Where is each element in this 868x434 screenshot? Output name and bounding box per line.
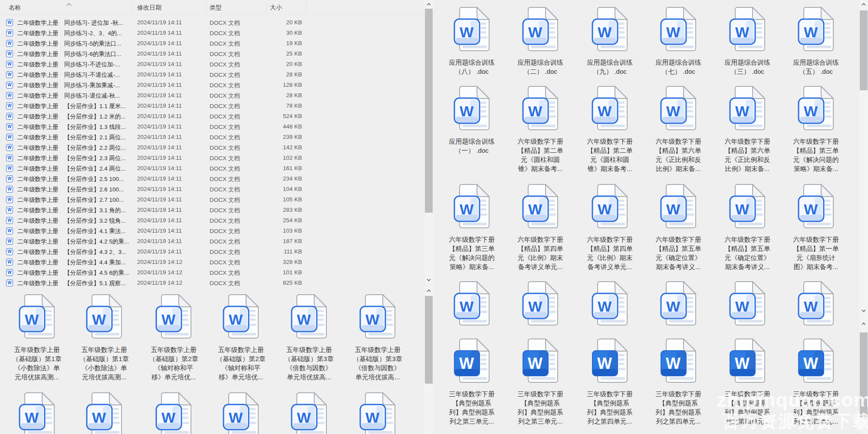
word-doc-icon: W (660, 338, 697, 384)
column-divider[interactable] (266, 2, 266, 13)
svg-text:W: W (735, 298, 750, 315)
file-icon-item[interactable]: W五年级数学上册 （基础版）第2章 《轴对称和平 移》单元培优... (141, 293, 206, 381)
file-row[interactable]: W二年级数学上册 【分层作业】3.2 锐角...2024/11/19 14:11… (0, 215, 424, 226)
file-icon-item[interactable]: W六年级数学下册 【精品】第四单 元《比例》期末 备考讲义单元... (508, 183, 573, 271)
list-scrollbar[interactable] (424, 0, 433, 284)
file-row[interactable]: W二年级数学上册 【分层作业】2.6 100...2024/11/19 14:1… (0, 184, 424, 194)
file-row[interactable]: W二年级数学上册 【分层作业】2.1 两位...2024/11/19 14:11… (0, 132, 424, 142)
column-divider[interactable] (132, 2, 133, 13)
scrollbar-thumb[interactable] (860, 332, 868, 418)
scrollbar-up-button[interactable] (424, 1, 433, 8)
file-icon-item[interactable]: W五年级数学上册 （基础版）第2章 《轴对称和平 移》单元培优... (208, 293, 273, 381)
file-icon-item[interactable]: W (715, 280, 780, 326)
file-row[interactable]: W二年级数学上册 【分层作业】1.2 米的...2024/11/19 14:11… (0, 111, 424, 122)
file-icon-item[interactable]: W六年级数学下册 【精品】第一单 元《扇形统计 图》期末备考... (783, 183, 848, 271)
file-icon-item[interactable]: W应用题综合训练 （二） .doc (508, 6, 573, 76)
svg-text:W: W (804, 103, 818, 119)
file-icon-item[interactable]: W六年级数学下册 【精品】第五单 元《确定位置》 期末备考讲义... (715, 183, 780, 271)
file-row[interactable]: W二年级数学上册 同步练习-乘加乘减-...2024/11/19 14:11DO… (0, 80, 424, 90)
file-icon-item[interactable]: W (439, 280, 504, 326)
file-icon-item[interactable]: W六年级数学下册 【精品】第六单 元《正比例和反 比例》期末备... (715, 85, 780, 173)
file-type: DOCX 文档 (210, 71, 240, 79)
file-icon-item[interactable]: W六年级数学下册 【精品】第二单 元《圆柱和圆 锥》期末备考... (508, 85, 573, 173)
file-icon-item[interactable]: W三年级数学下册 【典型例题系 列】典型例题系 列之第四单元... (577, 338, 642, 426)
file-row[interactable]: W二年级数学上册 【分层作业】2.3 两位...2024/11/19 14:11… (0, 153, 424, 163)
file-row[interactable]: W二年级数学上册 同步练习-6的乘法口...2024/11/19 14:11DO… (0, 49, 424, 59)
file-row[interactable]: W二年级数学上册 同步练习-5的乘法口...2024/11/19 14:11DO… (0, 38, 424, 49)
svg-text:W: W (460, 24, 474, 40)
file-row[interactable]: W二年级数学上册 【分层作业】5.1 观察...2024/11/19 14:12… (0, 278, 424, 288)
file-row[interactable]: W二年级数学上册 同步练习-不退位减-...2024/11/19 14:11DO… (0, 69, 424, 80)
file-icon-item[interactable]: W六年级数学下册 【精品】第二单 元《圆柱和圆 锥》期末备考... (577, 85, 642, 173)
file-icon-item[interactable]: W (72, 391, 137, 434)
file-type: DOCX 文档 (210, 92, 240, 100)
column-divider[interactable] (206, 2, 207, 13)
file-icon-item[interactable]: W三年级数学下册 【典型例题系 列】典型例题系 列之第三单元... (508, 338, 573, 426)
file-row[interactable]: W二年级数学上册 同步练习- 进位加 -秋...2024/11/19 14:11… (0, 17, 424, 28)
file-row[interactable]: W二年级数学上册 【分层作业】2.4 两位...2024/11/19 14:11… (0, 163, 424, 174)
file-icon-item[interactable]: W (508, 280, 573, 326)
scrollbar-thumb[interactable] (425, 9, 433, 213)
file-row[interactable]: W二年级数学上册 【分层作业】2.7 100...2024/11/19 14:1… (0, 194, 424, 205)
scrollbar-thumb[interactable] (860, 10, 868, 90)
file-icon-item[interactable]: W六年级数学下册 【精品】第三单 元《解决问题的 策略》期末备... (783, 85, 848, 173)
file-icon-item[interactable]: W五年级数学上册 （基础版）第1章 《小数除法》单 元培优拔高测... (4, 293, 69, 381)
file-icon-item[interactable]: W (783, 280, 848, 326)
file-row[interactable]: W二年级数学上册 【分层作业】3.1 角的...2024/11/19 14:11… (0, 205, 424, 215)
column-header-type[interactable]: 类型 (210, 4, 222, 12)
file-row[interactable]: W二年级数学上册 【分层作业】4.1 乘法...2024/11/19 14:11… (0, 226, 424, 236)
file-row[interactable]: W二年级数学上册 【分层作业】2.5 100...2024/11/19 14:1… (0, 174, 424, 184)
scrollbar-up-button[interactable] (859, 1, 868, 8)
file-icon-item[interactable]: W三年级数学下册 【典型例题系 列】典型例题系 列之第四单元... (715, 338, 780, 426)
file-icon-item[interactable]: W六年级数学下册 【精品】第五单 元《确定位置》 期末备考讲义... (646, 183, 711, 271)
file-row[interactable]: W二年级数学上册 【分层作业】4.5 6的乘...2024/11/19 14:1… (0, 267, 424, 278)
file-icon-label: 三年级数学下册 【典型例题系 列】典型例题系 列之第四单元... (783, 389, 848, 426)
file-icon-item[interactable]: W三年级数学下册 【典型例题系 列】典型例题系 列之第四单元... (646, 338, 711, 426)
file-row[interactable]: W二年级数学上册 同步练习-不进位加-...2024/11/19 14:11DO… (0, 59, 424, 69)
file-row[interactable]: W二年级数学上册 【分层作业】1.3 线段...2024/11/19 14:11… (0, 122, 424, 132)
column-header-date[interactable]: 修改日期 (137, 4, 161, 12)
file-icon-item[interactable]: W应用题综合训练 （八） .doc (439, 6, 504, 76)
word-doc-icon: W (660, 183, 697, 229)
file-icon-item[interactable]: W应用题综合训练 （一） .doc (439, 85, 504, 155)
scrollbar-down-button[interactable] (424, 276, 433, 283)
file-icon-item[interactable]: W (208, 391, 273, 434)
file-icon-item[interactable]: W (141, 391, 206, 434)
right-grid-scrollbar[interactable] (859, 0, 868, 434)
file-icon-item[interactable]: W三年级数学下册 【典型例题系 列】典型例题系 列之第三单元... (439, 338, 504, 426)
column-divider[interactable] (306, 2, 306, 13)
word-doc-icon: W (591, 280, 628, 326)
left-grid-scrollbar[interactable] (424, 286, 433, 434)
file-icon-item[interactable]: W (276, 391, 342, 434)
file-icon-item[interactable]: W (646, 280, 711, 326)
file-icon-item[interactable]: W (345, 391, 410, 434)
file-icon-item[interactable]: W六年级数学下册 【精品】第六单 元《正比例和反 比例》期末备... (646, 85, 711, 173)
file-date: 2024/11/19 14:11 (137, 40, 182, 46)
file-row[interactable]: W二年级数学上册 【分层作业】2.2 两位...2024/11/19 14:11… (0, 142, 424, 153)
file-icon-item[interactable]: W五年级数学上册 （基础版）第3章 《倍数与因数》 单元培优拔高... (345, 293, 410, 381)
file-row[interactable]: W二年级数学上册 【分层作业】1.1 厘米...2024/11/19 14:11… (0, 101, 424, 111)
file-name: 二年级数学上册 【分层作业】2.1 两位... (17, 134, 126, 141)
file-row[interactable]: W二年级数学上册 【分层作业】4.2 5的乘...2024/11/19 14:1… (0, 236, 424, 247)
file-icon-item[interactable]: W三年级数学下册 【典型例题系 列】典型例题系 列之第四单元... (783, 338, 848, 426)
file-icon-item[interactable]: W应用题综合训练 （五） .doc (783, 6, 848, 76)
scrollbar-up-button[interactable] (424, 287, 433, 294)
column-header-size[interactable]: 大小 (270, 4, 282, 12)
scrollbar-down-button[interactable] (859, 307, 868, 314)
file-icon-item[interactable]: W (4, 391, 69, 434)
file-row[interactable]: W二年级数学上册 【分层作业】4.4 乘加...2024/11/19 14:12… (0, 257, 424, 267)
column-header-name[interactable]: 名称 (9, 4, 21, 12)
file-icon-item[interactable]: W应用题综合训练 （七） .doc (646, 6, 711, 76)
scrollbar-thumb[interactable] (425, 296, 433, 384)
file-row[interactable]: W二年级数学上册 同步练习-退位减-秋...2024/11/19 14:11DO… (0, 90, 424, 101)
file-icon-item[interactable]: W应用题综合训练 （九） .doc (577, 6, 642, 76)
file-icon-item[interactable]: W五年级数学上册 （基础版）第3章 《倍数与因数》 单元培优拔高... (276, 293, 342, 381)
file-icon-item[interactable]: W五年级数学上册 （基础版）第1章 《小数除法》单 元培优拔高测... (72, 293, 137, 381)
file-row[interactable]: W二年级数学上册 同步练习-2、3、4的...2024/11/19 14:11D… (0, 28, 424, 38)
file-icon-item[interactable]: W六年级数学下册 【精品】第四单 元《比例》期末 备考讲义单元... (577, 183, 642, 271)
file-icon-item[interactable]: W应用题综合训练 （三） .doc (715, 6, 780, 76)
file-row[interactable]: W二年级数学上册 【分层作业】4.3 2、3...2024/11/19 14:1… (0, 247, 424, 257)
file-icon-item[interactable]: W (577, 280, 642, 326)
file-icon-item[interactable]: W六年级数学下册 【精品】第三单 元《解决问题的 策略》期末备... (439, 183, 504, 271)
scrollbar-up-button[interactable] (859, 320, 868, 327)
